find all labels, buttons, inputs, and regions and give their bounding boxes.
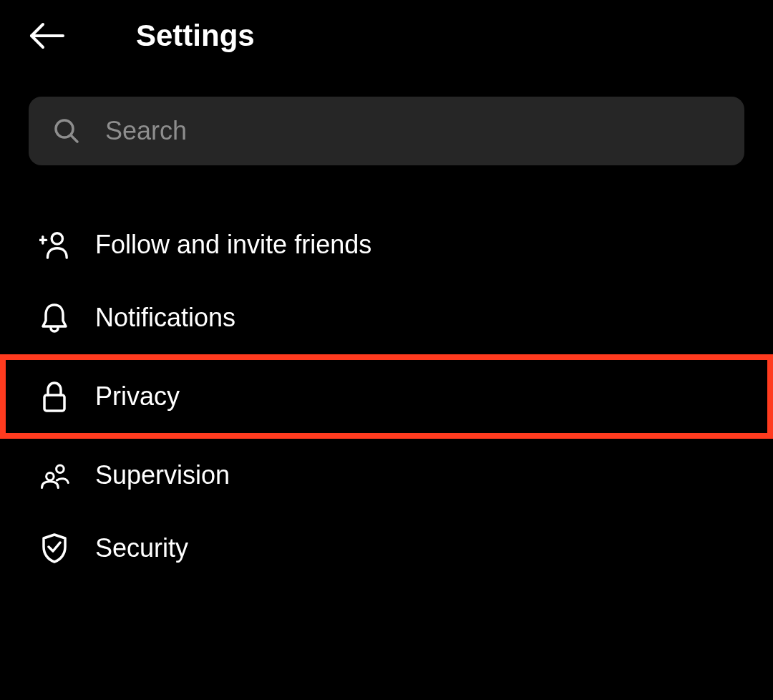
settings-list: Follow and invite friends Notifications … <box>0 208 773 585</box>
settings-item-follow-invite[interactable]: Follow and invite friends <box>0 208 773 281</box>
settings-item-label: Security <box>95 533 188 563</box>
settings-item-label: Follow and invite friends <box>95 230 371 260</box>
svg-line-2 <box>71 135 77 142</box>
search-icon <box>54 118 79 144</box>
back-button[interactable] <box>29 18 64 54</box>
bell-icon <box>39 303 69 333</box>
page-title: Settings <box>136 19 255 53</box>
search-field[interactable] <box>29 97 744 165</box>
svg-point-3 <box>52 233 62 244</box>
svg-point-7 <box>47 473 54 481</box>
search-input[interactable] <box>105 116 719 146</box>
shield-check-icon <box>39 533 69 563</box>
arrow-left-icon <box>29 22 64 49</box>
svg-rect-6 <box>44 395 64 411</box>
settings-item-security[interactable]: Security <box>0 512 773 585</box>
settings-item-privacy[interactable]: Privacy <box>0 354 773 439</box>
settings-item-supervision[interactable]: Supervision <box>0 439 773 512</box>
settings-item-notifications[interactable]: Notifications <box>0 281 773 354</box>
settings-item-label: Privacy <box>95 381 180 412</box>
settings-item-label: Supervision <box>95 460 230 490</box>
lock-icon <box>39 381 69 412</box>
header: Settings <box>0 0 773 97</box>
settings-item-label: Notifications <box>95 303 235 333</box>
people-icon <box>39 460 69 490</box>
svg-point-8 <box>57 465 64 473</box>
add-person-icon <box>39 230 69 260</box>
